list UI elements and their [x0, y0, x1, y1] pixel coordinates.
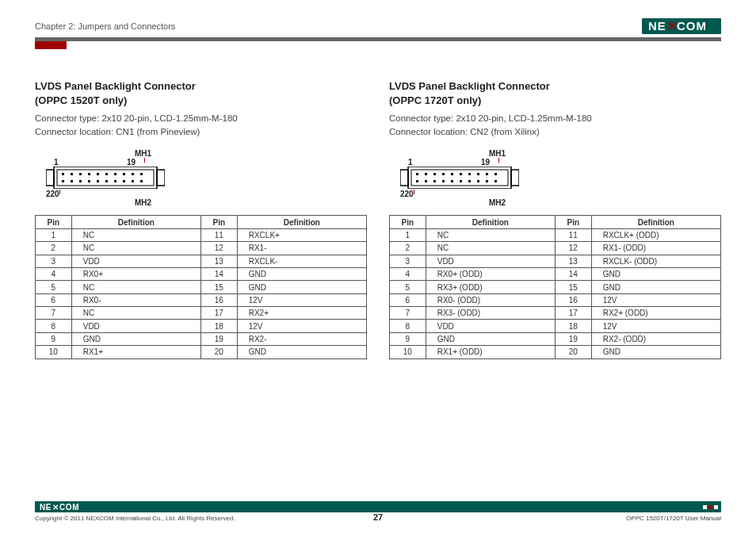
th-def: Definition	[591, 216, 720, 228]
cell-def: NC	[426, 242, 555, 255]
cell-pin: 15	[556, 281, 592, 293]
cell-pin: 16	[556, 293, 592, 306]
cell-def: GND	[237, 346, 366, 359]
svg-rect-13	[114, 173, 116, 175]
svg-rect-47	[468, 180, 471, 182]
cell-pin: 16	[201, 293, 238, 306]
right-connector-diagram: MH1 1 19 2	[400, 149, 721, 207]
chapter-title: Chapter 2: Jumpers and Connectors	[35, 21, 175, 31]
table-row: 1NC11RXCLK+	[36, 228, 367, 241]
svg-text:NE: NE	[40, 503, 52, 512]
cell-def: GND	[71, 332, 200, 345]
cell-pin: 18	[556, 320, 592, 332]
cell-def: RX0+ (ODD)	[426, 267, 555, 280]
svg-rect-33	[433, 173, 436, 175]
table-row: 5NC15GND	[36, 281, 367, 293]
left-title-line2: (OPPC 1520T only)	[35, 94, 367, 108]
svg-rect-25	[132, 180, 134, 182]
cell-def: RX1+ (ODD)	[426, 346, 555, 359]
cell-def: RX1-	[237, 242, 366, 255]
table-row: 9GND19RX2-	[36, 332, 367, 345]
svg-rect-48	[477, 180, 479, 182]
table-row: 4RX0+ (ODD)14GND	[390, 267, 721, 280]
left-label-mh1: MH1	[135, 149, 151, 158]
table-row: 5RX3+ (ODD)15GND	[390, 281, 721, 293]
cell-def: RX0- (ODD)	[426, 293, 555, 306]
cell-def: GND	[591, 267, 720, 280]
svg-rect-26	[140, 180, 143, 182]
cell-pin: 12	[201, 242, 238, 255]
red-tab-accent	[35, 41, 67, 49]
cell-def: NC	[71, 228, 200, 241]
cell-pin: 10	[36, 346, 72, 359]
svg-rect-19	[79, 180, 82, 182]
svg-rect-12	[105, 173, 108, 175]
cell-def: RX3+ (ODD)	[426, 281, 555, 293]
cell-pin: 9	[36, 332, 72, 345]
svg-rect-17	[62, 180, 64, 182]
svg-rect-18	[71, 180, 73, 182]
cell-def: RX1+	[71, 346, 200, 359]
cell-def: RX2+ (ODD)	[591, 307, 720, 320]
footer-nexcom-logo: NE ✕ COM	[40, 503, 89, 512]
th-def: Definition	[426, 216, 555, 228]
tick-icon	[59, 190, 60, 194]
cell-pin: 15	[201, 281, 238, 293]
svg-rect-32	[425, 173, 427, 175]
cell-pin: 6	[36, 293, 72, 306]
cell-pin: 1	[36, 228, 72, 241]
cell-def: RXCLK-	[237, 255, 366, 267]
svg-rect-36	[460, 173, 462, 175]
cell-def: RXCLK+ (ODD)	[591, 228, 720, 241]
left-info-line1: Connector type: 2x10 20-pin, LCD-1.25mm-…	[35, 112, 367, 125]
right-info-line1: Connector type: 2x10 20-pin, LCD-1.25mm-…	[389, 112, 721, 125]
table-row: 9GND19RX2- (ODD)	[390, 332, 721, 345]
th-def: Definition	[71, 216, 200, 228]
cell-pin: 8	[36, 320, 72, 332]
svg-rect-7	[62, 173, 64, 175]
cell-pin: 20	[201, 346, 238, 359]
left-label-pin20: 20	[51, 190, 59, 198]
tick-icon	[498, 158, 499, 163]
cell-def: GND	[591, 346, 720, 359]
svg-rect-4	[157, 170, 165, 186]
footer-squares-icon	[703, 505, 718, 509]
svg-rect-40	[494, 173, 497, 175]
table-row: 8VDD1812V	[390, 320, 721, 332]
right-title-line2: (OPPC 1720T only)	[389, 94, 721, 108]
th-pin: Pin	[36, 216, 72, 228]
cell-def: VDD	[426, 255, 555, 267]
table-row: 2NC12RX1- (ODD)	[390, 242, 721, 255]
left-connector-diagram: MH1 1 19	[46, 149, 367, 207]
cell-def: 12V	[591, 293, 720, 306]
left-pin-table: Pin Definition Pin Definition 1NC11RXCLK…	[35, 215, 367, 359]
right-table-body: 1NC11RXCLK+ (ODD)2NC12RX1- (ODD)3VDD13RX…	[390, 228, 721, 359]
th-def: Definition	[237, 216, 366, 228]
cell-def: VDD	[71, 255, 200, 267]
cell-pin: 18	[201, 320, 238, 332]
copyright-text: Copyright © 2011 NEXCOM International Co…	[35, 515, 235, 522]
footer-bar: NE ✕ COM	[35, 501, 721, 512]
cell-def: 12V	[237, 293, 366, 306]
cell-pin: 13	[201, 255, 238, 267]
cell-pin: 13	[556, 255, 592, 267]
cell-pin: 4	[390, 267, 426, 280]
table-row: 3VDD13RXCLK- (ODD)	[390, 255, 721, 267]
table-row: 3VDD13RXCLK-	[36, 255, 367, 267]
table-header-row: Pin Definition Pin Definition	[36, 216, 367, 228]
svg-rect-31	[416, 173, 418, 175]
page-number: 27	[373, 512, 383, 522]
table-row: 7NC17RX2+	[36, 307, 367, 320]
svg-rect-49	[486, 180, 488, 182]
svg-text:COM: COM	[677, 20, 707, 33]
tick-icon	[144, 158, 145, 163]
table-row: 7RX3- (ODD)17RX2+ (ODD)	[390, 307, 721, 320]
right-label-mh2: MH2	[489, 198, 506, 207]
svg-rect-6	[57, 170, 154, 186]
svg-rect-3	[46, 170, 54, 186]
svg-text:COM: COM	[59, 503, 79, 512]
cell-pin: 4	[36, 267, 72, 280]
cell-def: 12V	[237, 320, 366, 332]
cell-pin: 19	[201, 332, 238, 345]
left-title-line1: LVDS Panel Backlight Connector	[35, 79, 367, 94]
